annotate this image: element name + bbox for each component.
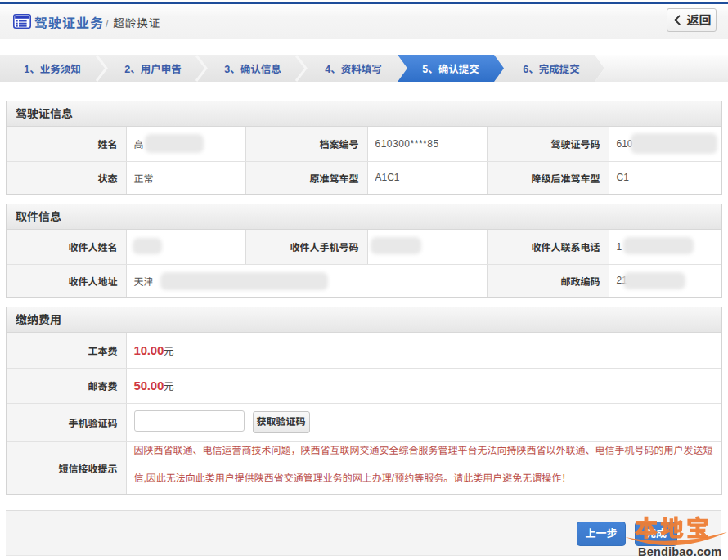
svg-text:5、确认提交: 5、确认提交: [422, 64, 479, 75]
svg-text:6、完成提交: 6、完成提交: [523, 64, 579, 75]
svg-text:2、用户申告: 2、用户申告: [124, 64, 181, 75]
svg-text:1、业务须知: 1、业务须知: [24, 64, 80, 75]
svg-text:4、资料填写: 4、资料填写: [325, 64, 381, 75]
svg-text:3、确认信息: 3、确认信息: [224, 64, 281, 75]
